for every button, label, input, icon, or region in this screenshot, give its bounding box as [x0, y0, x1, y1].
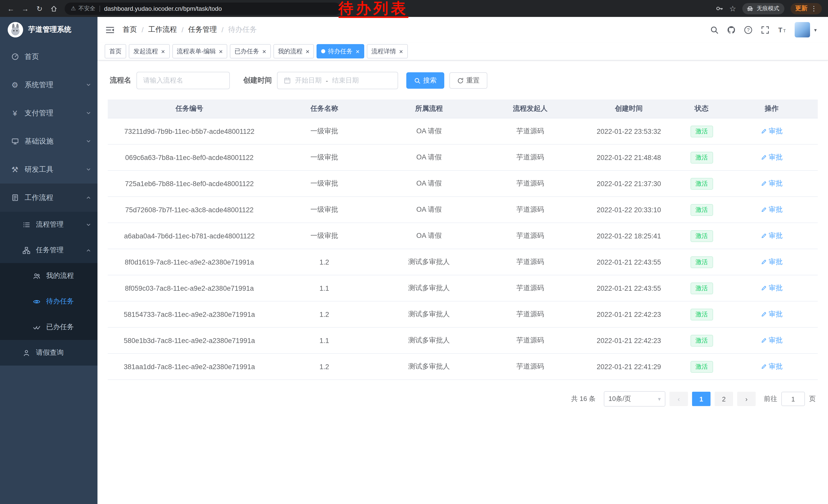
- page-button-1[interactable]: 1: [692, 392, 710, 406]
- sidebar-item-process-manage[interactable]: 流程管理: [0, 212, 97, 237]
- sidebar-menu: 首页⚙系统管理¥支付管理基础设施⚒研发工具工作流程流程管理任务管理我的流程待办任…: [0, 43, 97, 504]
- svg-text:?: ?: [747, 27, 750, 32]
- sidebar-item-leave-query[interactable]: 请假查询: [0, 340, 97, 366]
- tab-1[interactable]: 首页: [105, 44, 126, 58]
- status-badge: 激活: [690, 204, 713, 216]
- approve-link[interactable]: 审批: [760, 153, 783, 162]
- cell-status: 激活: [678, 144, 726, 171]
- sidebar-item-home[interactable]: 首页: [0, 43, 97, 71]
- start-date-input[interactable]: 开始日期: [295, 76, 322, 85]
- fullscreen-icon[interactable]: [761, 26, 770, 34]
- star-icon[interactable]: ☆: [729, 4, 736, 13]
- approve-link[interactable]: 审批: [760, 127, 783, 136]
- active-tab-dot: [321, 49, 326, 53]
- column-header: 任务编号: [108, 99, 271, 118]
- github-icon[interactable]: [727, 26, 736, 34]
- incognito-label: 无痕模式: [757, 5, 779, 12]
- approve-link[interactable]: 审批: [760, 179, 783, 188]
- approve-link[interactable]: 审批: [760, 231, 783, 240]
- reset-button[interactable]: 重置: [449, 72, 487, 89]
- approve-label: 审批: [769, 179, 783, 188]
- close-icon[interactable]: ×: [306, 47, 309, 55]
- approve-link[interactable]: 审批: [760, 283, 783, 293]
- tab-6[interactable]: 待办任务×: [317, 44, 364, 58]
- sidebar-item-payment-manage[interactable]: ¥支付管理: [0, 99, 97, 127]
- approve-link[interactable]: 审批: [760, 336, 783, 345]
- sidebar-item-dev-tools[interactable]: ⚒研发工具: [0, 155, 97, 184]
- cell-id: 725a1eb6-7b88-11ec-8ef0-acde48001122: [108, 171, 271, 197]
- breadcrumb-separator: /: [222, 26, 224, 34]
- edit-icon: [760, 337, 767, 343]
- approve-label: 审批: [769, 205, 783, 214]
- status-badge: 激活: [690, 230, 713, 242]
- tab-5[interactable]: 我的流程×: [274, 44, 314, 58]
- cell-id: 8f059c03-7ac8-11ec-a9e2-a2380e71991a: [108, 275, 271, 301]
- reload-icon[interactable]: ↻: [33, 2, 46, 15]
- breadcrumb-item[interactable]: 首页: [123, 25, 137, 34]
- search-icon[interactable]: [710, 26, 719, 34]
- tab-2[interactable]: 发起流程×: [129, 44, 170, 58]
- sidebar-item-done-task[interactable]: 已办任务: [0, 314, 97, 340]
- cell-action: 审批: [726, 327, 818, 354]
- sidebar-item-workflow[interactable]: 工作流程: [0, 184, 97, 212]
- approve-link[interactable]: 审批: [760, 310, 783, 319]
- close-icon[interactable]: ×: [161, 47, 165, 55]
- home-icon[interactable]: [47, 2, 60, 15]
- next-page-button[interactable]: ›: [737, 392, 756, 406]
- chevron-down-icon[interactable]: ▾: [814, 27, 817, 33]
- cell-action: 审批: [726, 275, 818, 301]
- sidebar-item-todo-task[interactable]: 待办任务: [0, 289, 97, 314]
- sidebar-item-label: 已办任务: [46, 322, 74, 332]
- tools-icon: ⚒: [10, 166, 19, 173]
- page-button-2[interactable]: 2: [715, 392, 733, 406]
- key-icon[interactable]: [715, 5, 723, 12]
- sidebar-item-infrastructure[interactable]: 基础设施: [0, 127, 97, 155]
- prev-page-button[interactable]: ‹: [669, 392, 688, 406]
- back-icon[interactable]: ←: [4, 2, 17, 15]
- breadcrumb-item[interactable]: 工作流程: [148, 25, 177, 34]
- cell-id: 58154733-7ac8-11ec-a9e2-a2380e71991a: [108, 301, 271, 327]
- end-date-input[interactable]: 结束日期: [332, 76, 359, 85]
- sidebar-item-my-process[interactable]: 我的流程: [0, 263, 97, 289]
- sidebar-item-task-manage[interactable]: 任务管理: [0, 237, 97, 263]
- annotation-overlay: 待办列表: [339, 1, 408, 18]
- address-bar[interactable]: ⚠ 不安全 dashboard.yudao.iocoder.cn/bpm/tas…: [65, 2, 341, 15]
- cell-process: 测试多审批人: [378, 327, 481, 354]
- chevron-down-icon: [86, 167, 91, 172]
- tab-7[interactable]: 流程详情×: [367, 44, 408, 58]
- date-range-picker[interactable]: 开始日期 - 结束日期: [277, 72, 398, 89]
- font-size-icon[interactable]: TT: [778, 26, 786, 34]
- update-button[interactable]: 更新 ⋮: [791, 3, 822, 14]
- page-size-select[interactable]: 10条/页▾: [604, 391, 665, 407]
- task-table: 任务编号任务名称所属流程流程发起人创建时间状态操作 73211d9d-7b9b-…: [108, 99, 818, 380]
- hamburger-icon[interactable]: [106, 26, 114, 34]
- cell-status: 激活: [678, 171, 726, 197]
- goto-page-input[interactable]: 1: [781, 392, 805, 406]
- approve-link[interactable]: 审批: [760, 362, 783, 371]
- cell-status: 激活: [678, 275, 726, 301]
- close-icon[interactable]: ×: [262, 47, 266, 55]
- svg-text:T: T: [778, 26, 782, 33]
- leave-query-icon: [22, 349, 31, 357]
- close-icon[interactable]: ×: [399, 47, 403, 55]
- process-name-input[interactable]: 请输入流程名: [136, 72, 230, 89]
- cell-time: 2022-01-21 22:43:55: [580, 275, 678, 301]
- cell-action: 审批: [726, 249, 818, 275]
- sidebar-item-system-manage[interactable]: ⚙系统管理: [0, 71, 97, 99]
- close-icon[interactable]: ×: [356, 47, 360, 55]
- close-icon[interactable]: ×: [219, 47, 223, 55]
- cell-starter: 芋道源码: [481, 144, 580, 171]
- avatar[interactable]: [795, 22, 810, 37]
- search-button[interactable]: 搜索: [406, 72, 444, 89]
- breadcrumb-item[interactable]: 任务管理: [188, 25, 217, 34]
- help-icon[interactable]: ?: [744, 26, 753, 34]
- edit-icon: [760, 154, 767, 161]
- approve-link[interactable]: 审批: [760, 205, 783, 214]
- approve-link[interactable]: 审批: [760, 258, 783, 267]
- chevron-down-icon: [86, 110, 91, 116]
- more-icon[interactable]: ⋮: [811, 5, 817, 12]
- cell-process: 测试多审批人: [378, 301, 481, 327]
- forward-icon[interactable]: →: [18, 2, 32, 15]
- tab-3[interactable]: 流程表单-编辑×: [172, 44, 227, 58]
- tab-4[interactable]: 已办任务×: [230, 44, 271, 58]
